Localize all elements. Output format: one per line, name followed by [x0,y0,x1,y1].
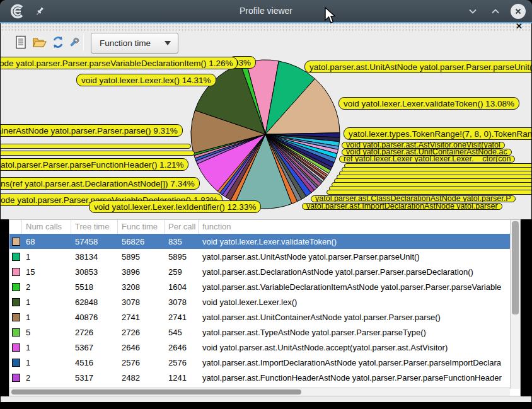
table-cell: 5 [22,328,71,337]
horizontal-scrollbar-thumb[interactable] [11,389,301,395]
pie-callout-label: yatol.parser.ast.ClassDeclarationAstNode… [311,195,516,202]
table-cell: 545 [165,328,199,337]
table-cell: 5895 [165,252,199,262]
table-header[interactable]: Num calls Tree time Func time Per call f… [9,220,510,234]
table-row[interactable]: 1536726462646void yatol.parser.ast.UnitA… [9,340,510,355]
header-num-calls[interactable]: Num calls [22,220,71,234]
table-cell: 3078 [118,297,165,307]
table-cell: 2 [22,373,71,383]
table-cell: 1 [22,297,71,307]
titlebar[interactable]: Profile viewer [0,0,532,22]
table-cell: yatol.parser.ast.ImportDeclarationAstNod… [199,358,510,367]
pie-callout-label: void yatol.lexer.Lexer.validateToken() 1… [338,97,519,110]
list-document-icon[interactable] [13,35,28,50]
profile-viewer-window: Profile viewer ✕ [0,0,532,403]
row-color-swatch [12,268,20,276]
table-cell-color [9,374,22,382]
header-func-time[interactable]: Func time [118,220,165,234]
row-color-swatch [12,374,20,382]
row-color-swatch [12,359,20,367]
row-color-swatch [12,238,20,246]
row-color-swatch [12,328,20,337]
table-row[interactable]: 14087627412741yatol.parser.ast.UnitConta… [9,309,510,325]
table-row[interactable]: 1451625762576yatol.parser.ast.ImportDecl… [9,355,510,370]
toolbar-separator [83,33,84,51]
table-cell: 5317 [71,373,118,383]
dock-close-icon[interactable]: ✕ [516,22,523,31]
window-bottom-margin [1,396,531,402]
pie-callout-label: ns(ref yatol.parser.ast.DeclarationAstNo… [1,177,200,190]
wrench-icon[interactable] [67,35,82,50]
table-cell: void yatol.parser.ast.UnitAstNode.accept… [199,343,510,352]
table-cell-color [9,283,22,291]
toolbar: Function time [1,31,531,55]
header-tree-time[interactable]: Tree time [71,220,118,234]
table-cell: 40876 [71,313,118,322]
table-cell: 2 [22,282,71,292]
header-color[interactable] [9,220,22,234]
vertical-scrollbar[interactable] [510,220,520,389]
pie-callout-label: ainerAstNode yatol.parser.Parser.parse()… [1,124,183,137]
chevron-down-icon [165,41,171,45]
minimize-button[interactable] [465,4,480,19]
header-function[interactable]: function [199,220,510,234]
table-cell: 62848 [71,297,118,307]
table-cell: yatol.parser.ast.VariableDeclarationItem… [199,282,510,292]
close-button[interactable] [511,4,526,19]
dock-grip[interactable]: ✕ [1,23,531,31]
table-row[interactable]: 527262726545yatol.parser.ast.TypeAstNode… [9,325,510,340]
row-color-swatch [12,253,20,261]
open-folder-icon[interactable] [32,35,47,50]
table-cell: 1 [22,343,71,352]
refresh-icon[interactable] [50,35,66,50]
pie-callout-label: ref yatol.lexer.Lexer yatol.lexer.Lexer.… [339,156,515,163]
table-cell: 38134 [71,252,118,262]
table-cell: 3896 [118,267,165,277]
table-cell-color [9,253,22,261]
header-per-call[interactable]: Per call [165,220,199,234]
table-cell: 2646 [165,343,199,352]
table-cell: 5367 [71,343,118,352]
pie-callout-label: ode yatol.parser.Parser.parseVariableDec… [1,57,238,69]
pie-callout-label: void yatol.parser.ast.AstVisitor.oneVisi… [342,142,505,149]
pie-callout-strip [327,190,531,195]
table-cell: 3078 [165,297,199,307]
table-cell-color [9,268,22,276]
table-cell: 2741 [118,313,165,322]
table-cell: 2726 [71,328,118,337]
row-color-swatch [12,313,20,321]
table-cell: void yatol.lexer.Lexer.validateToken() [199,237,510,246]
table-row[interactable]: 16284830783078void yatol.lexer.Lexer.lex… [9,294,510,309]
row-color-swatch [12,343,20,352]
table-cell-color [9,328,22,337]
table-cell: 2482 [118,373,165,383]
table-cell-color [9,343,22,352]
pie-chart-area: 03%ode yatol.parser.Parser.parseVariable… [1,55,531,219]
table-cell: 835 [165,237,199,246]
metric-combobox[interactable]: Function time [91,33,178,54]
pie-callout-label: void yatol.lexer.Lexer.lexIdentifier() 1… [89,200,261,213]
table-row[interactable]: 2531724821241yatol.parser.ast.FunctionHe… [9,370,510,385]
table-cell: 5518 [71,282,118,292]
table-cell: 4516 [71,358,118,367]
table-row[interactable]: 15308533896259yatol.parser.ast.Declarati… [9,264,510,279]
horizontal-scrollbar[interactable] [9,388,510,396]
table-row[interactable]: 13813458955895yatol.parser.ast.UnitAstNo… [9,249,510,264]
table-cell: 3208 [118,282,165,292]
vertical-scrollbar-thumb[interactable] [512,221,519,314]
table-cell: 2726 [118,328,165,337]
table-body: 685745856826835void yatol.lexer.Lexer.va… [9,234,510,388]
pie-callout-strip [1,144,191,149]
table-cell: 1604 [165,282,199,292]
metric-combobox-value: Function time [100,33,151,53]
maximize-button[interactable] [488,4,503,19]
table-cell: yatol.parser.ast.UnitContainerAstNode ya… [199,313,510,322]
table-cell-color [9,313,22,321]
table-cell: 2741 [165,313,199,322]
table-row[interactable]: 685745856826835void yatol.lexer.Lexer.va… [9,234,510,249]
table-row[interactable]: 2551832081604yatol.parser.ast.VariableDe… [9,279,510,294]
table-cell: 2646 [118,343,165,352]
table-cell: yatol.parser.ast.DeclarationAstNode yato… [199,267,510,277]
table-cell: yatol.parser.ast.TypeAstNode yatol.parse… [199,328,510,337]
table-cell: void yatol.lexer.Lexer.lex() [199,297,510,307]
